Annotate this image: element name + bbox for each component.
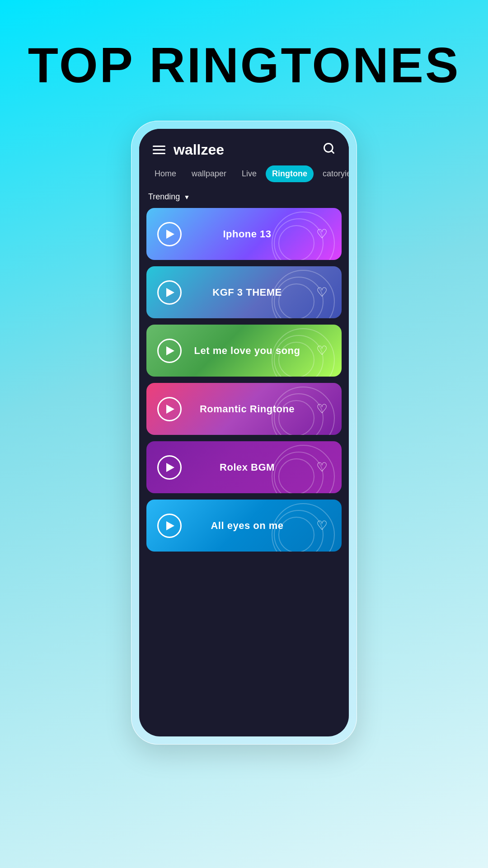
tab-category[interactable]: catoryie: [316, 165, 349, 182]
play-button-6[interactable]: [157, 514, 182, 538]
page-title: TOP RINGTONES: [28, 36, 460, 94]
svg-line-1: [331, 151, 333, 153]
ringtone-card-3[interactable]: Let me love you song ♡: [146, 325, 342, 377]
ringtone-list: Iphone 13 ♡ KGF 3 THEME ♡: [139, 208, 349, 736]
trending-label: Trending: [148, 192, 180, 202]
tab-live[interactable]: Live: [235, 165, 263, 182]
tab-wallpaper[interactable]: wallpaper: [185, 165, 233, 182]
play-triangle-icon: [166, 346, 174, 355]
play-triangle-icon: [166, 230, 174, 239]
app-header: wallzee: [139, 129, 349, 165]
play-triangle-icon: [166, 405, 174, 414]
play-button-3[interactable]: [157, 339, 182, 363]
hamburger-icon[interactable]: [153, 146, 165, 154]
header-left: wallzee: [153, 142, 224, 158]
play-triangle-icon: [166, 521, 174, 530]
chevron-down-icon: ▼: [183, 193, 190, 201]
app-logo: wallzee: [174, 142, 224, 158]
phone-screen: wallzee Home wallpaper Live Ringtone cat…: [139, 129, 349, 736]
play-triangle-icon: [166, 288, 174, 297]
ringtone-card-1[interactable]: Iphone 13 ♡: [146, 208, 342, 260]
ringtone-card-4[interactable]: Romantic Ringtone ♡: [146, 383, 342, 435]
play-button-5[interactable]: [157, 455, 182, 480]
search-icon[interactable]: [323, 142, 335, 158]
play-button-4[interactable]: [157, 397, 182, 421]
trending-bar[interactable]: Trending ▼: [139, 189, 349, 208]
ringtone-card-6[interactable]: All eyes on me ♡: [146, 500, 342, 552]
nav-tabs: Home wallpaper Live Ringtone catoryie: [139, 165, 349, 189]
phone-mockup: wallzee Home wallpaper Live Ringtone cat…: [131, 121, 357, 745]
tab-ringtone[interactable]: Ringtone: [266, 165, 314, 182]
ringtone-card-5[interactable]: Rolex BGM ♡: [146, 441, 342, 493]
ringtone-card-2[interactable]: KGF 3 THEME ♡: [146, 266, 342, 318]
play-button-1[interactable]: [157, 222, 182, 246]
play-triangle-icon: [166, 463, 174, 472]
tab-home[interactable]: Home: [148, 165, 183, 182]
play-button-2[interactable]: [157, 280, 182, 305]
